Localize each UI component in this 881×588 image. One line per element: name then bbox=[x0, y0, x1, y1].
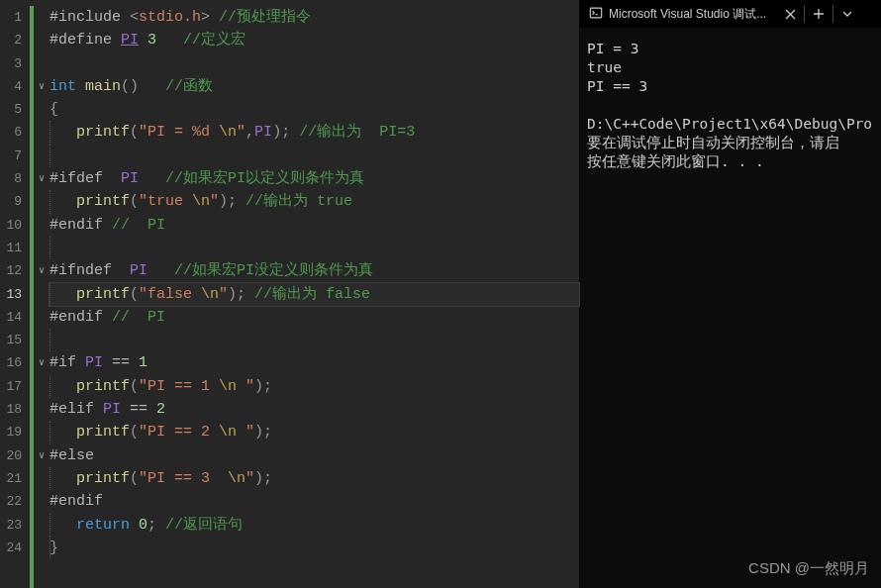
code-line[interactable] bbox=[49, 52, 579, 75]
fold-collapse-icon[interactable]: ∨ bbox=[34, 444, 49, 467]
indent-guide bbox=[49, 237, 50, 259]
line-number: 13 bbox=[0, 283, 30, 306]
line-number: 23 bbox=[0, 514, 30, 537]
code-line[interactable]: return 0; //返回语句 bbox=[49, 514, 579, 537]
new-tab-button[interactable] bbox=[805, 0, 832, 28]
fold-spacer bbox=[34, 29, 49, 51]
fold-collapse-icon[interactable]: ∨ bbox=[34, 167, 49, 190]
line-number: 3 bbox=[0, 52, 30, 75]
fold-spacer bbox=[34, 375, 49, 398]
code-line[interactable]: } bbox=[49, 537, 579, 559]
close-tab-button[interactable] bbox=[776, 0, 804, 28]
code-line[interactable]: printf("false \n"); //输出为 false bbox=[49, 283, 579, 306]
fold-spacer bbox=[34, 467, 49, 490]
fold-spacer bbox=[34, 98, 49, 121]
line-number: 8 bbox=[0, 167, 30, 190]
code-editor[interactable]: 123456789101112131415161718192021222324 … bbox=[0, 0, 579, 588]
code-line[interactable] bbox=[49, 145, 579, 167]
indent-guide bbox=[49, 145, 50, 167]
line-number: 14 bbox=[0, 306, 30, 329]
code-line[interactable]: #ifndef PI //如果宏PI没定义则条件为真 bbox=[49, 259, 579, 282]
terminal-panel: Microsoft Visual Studio 调试... PI = 3 tru… bbox=[579, 0, 881, 588]
line-number: 21 bbox=[0, 467, 30, 490]
code-line[interactable]: { bbox=[49, 98, 579, 121]
fold-column[interactable]: ∨∨∨∨∨ bbox=[34, 0, 49, 588]
line-number: 6 bbox=[0, 121, 30, 144]
line-number: 19 bbox=[0, 421, 30, 443]
line-number: 4 bbox=[0, 75, 30, 98]
line-number: 18 bbox=[0, 398, 30, 421]
fold-spacer bbox=[34, 537, 49, 559]
fold-collapse-icon[interactable]: ∨ bbox=[34, 75, 49, 98]
fold-spacer bbox=[34, 490, 49, 513]
svg-rect-0 bbox=[590, 8, 601, 18]
line-number: 22 bbox=[0, 490, 30, 513]
line-number: 5 bbox=[0, 98, 30, 121]
fold-spacer bbox=[34, 283, 49, 306]
terminal-tab-title: Microsoft Visual Studio 调试... bbox=[609, 6, 766, 23]
indent-guide bbox=[49, 329, 50, 351]
terminal-tab-bar: Microsoft Visual Studio 调试... bbox=[579, 0, 881, 28]
code-line[interactable]: #ifdef PI //如果宏PI以定义则条件为真 bbox=[49, 167, 579, 190]
fold-spacer bbox=[34, 214, 49, 237]
fold-spacer bbox=[34, 121, 49, 144]
fold-spacer bbox=[34, 145, 49, 167]
code-line[interactable]: printf("true \n"); //输出为 true bbox=[49, 190, 579, 213]
code-line[interactable]: printf("PI == 1 \n "); bbox=[49, 375, 579, 398]
line-number: 11 bbox=[0, 237, 30, 259]
line-number: 10 bbox=[0, 214, 30, 237]
code-line[interactable]: #endif // PI bbox=[49, 214, 579, 237]
fold-spacer bbox=[34, 329, 49, 351]
fold-collapse-icon[interactable]: ∨ bbox=[34, 351, 49, 374]
code-line[interactable] bbox=[49, 329, 579, 351]
fold-spacer bbox=[34, 514, 49, 537]
code-area[interactable]: #include <stdio.h> //预处理指令#define PI 3 /… bbox=[49, 0, 579, 588]
line-number: 16 bbox=[0, 351, 30, 374]
terminal-tab[interactable]: Microsoft Visual Studio 调试... bbox=[579, 0, 776, 28]
code-line[interactable]: printf("PI == 3 \n"); bbox=[49, 467, 579, 490]
line-number: 20 bbox=[0, 444, 30, 467]
terminal-output[interactable]: PI = 3 true PI == 3 D:\C++Code\Project1\… bbox=[579, 28, 881, 183]
fold-collapse-icon[interactable]: ∨ bbox=[34, 259, 49, 282]
line-number: 12 bbox=[0, 259, 30, 282]
fold-spacer bbox=[34, 52, 49, 75]
fold-spacer bbox=[34, 421, 49, 443]
line-number: 9 bbox=[0, 190, 30, 213]
line-number: 15 bbox=[0, 329, 30, 351]
line-number: 24 bbox=[0, 537, 30, 559]
fold-spacer bbox=[34, 6, 49, 29]
code-line[interactable] bbox=[49, 237, 579, 259]
code-line[interactable]: #define PI 3 //定义宏 bbox=[49, 29, 579, 51]
line-number-gutter: 123456789101112131415161718192021222324 bbox=[0, 0, 30, 588]
code-line[interactable]: #endif bbox=[49, 490, 579, 513]
fold-spacer bbox=[34, 306, 49, 329]
code-line[interactable]: #include <stdio.h> //预处理指令 bbox=[49, 6, 579, 29]
code-line[interactable]: printf("PI == 2 \n "); bbox=[49, 421, 579, 443]
line-number: 1 bbox=[0, 6, 30, 29]
code-line[interactable]: #elif PI == 2 bbox=[49, 398, 579, 421]
fold-spacer bbox=[34, 398, 49, 421]
code-line[interactable]: #endif // PI bbox=[49, 306, 579, 329]
code-line[interactable]: printf("PI = %d \n",PI); //输出为 PI=3 bbox=[49, 121, 579, 144]
fold-spacer bbox=[34, 190, 49, 213]
fold-spacer bbox=[34, 237, 49, 259]
code-line[interactable]: int main() //函数 bbox=[49, 75, 579, 98]
line-number: 7 bbox=[0, 145, 30, 167]
tab-dropdown-button[interactable] bbox=[833, 0, 861, 28]
watermark: CSDN @一然明月 bbox=[748, 559, 869, 578]
line-number: 2 bbox=[0, 29, 30, 51]
code-line[interactable]: #if PI == 1 bbox=[49, 351, 579, 374]
terminal-icon bbox=[589, 6, 603, 23]
code-line[interactable]: #else bbox=[49, 444, 579, 467]
line-number: 17 bbox=[0, 375, 30, 398]
